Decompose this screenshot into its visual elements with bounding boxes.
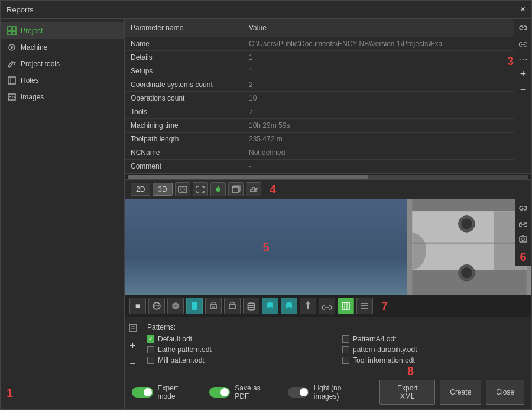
header-param-name: Parameter name <box>125 22 243 33</box>
sidebar-label-project: Project <box>21 27 43 35</box>
fit-btn[interactable] <box>193 182 208 196</box>
pattern-checkbox-a4[interactable] <box>342 335 349 343</box>
pattern-checkbox-mill[interactable] <box>147 357 154 364</box>
light-label: Light (no images) <box>314 384 368 401</box>
pattern-checkbox-tool-info[interactable] <box>342 357 349 364</box>
region-label-6: 6 <box>520 250 526 264</box>
scrollbar-track[interactable] <box>128 175 528 179</box>
sidebar-label-project-tools: Project tools <box>21 60 60 68</box>
svg-rect-17 <box>412 199 526 211</box>
cell-name-toolpath: Toolpath length <box>125 133 243 146</box>
save-pdf-toggle[interactable]: Save as PDF <box>209 384 276 401</box>
light-toggle[interactable]: Light (no images) <box>288 384 368 401</box>
pattern-durability: pattern-durability.odt <box>342 346 525 354</box>
pattern-label-mill: Mill pattern.odt <box>158 356 205 364</box>
water-btn[interactable] <box>210 182 226 196</box>
table-row: Name C:\Users\Public\Documents\ENCY NB\V… <box>125 37 514 51</box>
svg-rect-6 <box>8 77 15 84</box>
cell-name-tools: Tools <box>125 105 243 118</box>
toolbar-lines-btn[interactable] <box>356 298 373 314</box>
pattern-label-a4: PatternA4.odt <box>353 335 396 343</box>
patterns-list-btn[interactable] <box>126 321 140 334</box>
svg-point-32 <box>174 305 177 307</box>
toolbar-print-btn[interactable] <box>205 298 222 314</box>
cell-value-ncname: Not defined <box>243 146 514 159</box>
view-toolbar: 2D 3D 4 <box>125 179 531 199</box>
viewport-link-btn-1[interactable] <box>517 202 530 215</box>
region-label-5: 5 <box>262 240 269 254</box>
sidebar-item-images[interactable]: Images <box>1 89 124 105</box>
toolbar-link-btn[interactable] <box>319 298 335 314</box>
patterns-add-btn[interactable]: + <box>126 339 140 352</box>
pattern-label-durability: pattern-durability.odt <box>353 346 417 354</box>
pattern-label-tool-info: Tool information.odt <box>353 356 415 364</box>
svg-rect-35 <box>212 306 215 308</box>
link-button-2[interactable] <box>517 37 530 50</box>
chart-btn[interactable] <box>246 182 261 196</box>
pattern-checkbox-lathe[interactable] <box>147 346 154 353</box>
header-value: Value <box>243 22 514 33</box>
table-row: Machining time 10h 29m 59s <box>125 119 514 133</box>
close-window-button[interactable]: × <box>520 4 525 15</box>
save-pdf-switch[interactable] <box>209 387 231 398</box>
close-button[interactable]: Close <box>486 380 524 405</box>
export-xml-button[interactable]: Export XML <box>379 380 435 405</box>
sidebar-item-machine[interactable]: Machine <box>1 39 124 56</box>
expert-mode-switch[interactable] <box>132 387 153 398</box>
toolbar-disk-btn[interactable] <box>167 298 184 314</box>
project-icon <box>7 25 17 36</box>
viewport-link-btn-2[interactable] <box>517 217 530 230</box>
svg-point-10 <box>181 188 184 191</box>
view-3d-button[interactable]: 3D <box>153 183 172 196</box>
cell-value-ops: 10 <box>243 92 514 105</box>
sidebar: Project Machine Project tools Holes <box>1 19 125 409</box>
viewport-left: 5 <box>125 199 407 295</box>
pattern-tool-info: Tool information.odt <box>342 356 525 364</box>
toolbar-active-btn[interactable] <box>338 298 354 314</box>
svg-point-45 <box>286 307 292 309</box>
cell-name-comment: Comment <box>125 160 243 173</box>
patterns-remove-btn[interactable]: − <box>126 357 140 370</box>
cell-value-coord: 2 <box>243 78 514 91</box>
toolbar-tool-btn[interactable] <box>300 298 316 314</box>
toolbar-cyl-btn[interactable] <box>262 298 278 314</box>
screenshot-btn[interactable] <box>175 182 190 196</box>
create-button[interactable]: Create <box>440 380 481 405</box>
link-button-1[interactable] <box>517 21 530 34</box>
sidebar-item-holes[interactable]: Holes <box>1 72 124 89</box>
more-button[interactable]: ⋯ <box>517 52 530 65</box>
pattern-default: Default.odt <box>147 335 330 343</box>
sidebar-item-project-tools[interactable]: Project tools <box>1 56 124 72</box>
toolbar-layers-btn[interactable] <box>243 298 259 314</box>
toolbar-teal-btn[interactable] <box>186 298 203 314</box>
title-bar: Reports × <box>1 1 531 19</box>
pattern-checkbox-durability[interactable] <box>342 346 349 353</box>
view-2d-button[interactable]: 2D <box>131 183 150 196</box>
region-label-1: 1 <box>7 386 13 400</box>
reports-window: Reports × Project Machine Projec <box>0 0 532 410</box>
cell-name-details: Details <box>125 51 243 64</box>
pattern-checkbox-default[interactable] <box>147 335 154 343</box>
viewport-right <box>407 199 531 295</box>
region-label-8: 8 <box>407 364 414 378</box>
table-scrollbar[interactable] <box>125 173 531 179</box>
cell-name-name: Name <box>125 37 243 50</box>
table-row: Coordinate systems count 2 <box>125 78 514 92</box>
cell-value-time: 10h 29m 59s <box>243 119 514 132</box>
add-button[interactable]: + <box>517 67 530 80</box>
light-switch[interactable] <box>288 387 309 398</box>
remove-button[interactable]: − <box>517 83 530 96</box>
toolbar-print2-btn[interactable] <box>224 298 241 314</box>
table-row: Setups 1 <box>125 64 514 78</box>
cell-name-ops: Operations count <box>125 92 243 105</box>
toolbar-globe-btn[interactable] <box>148 298 165 314</box>
box-btn[interactable] <box>228 182 244 196</box>
viewport-camera-btn[interactable] <box>517 233 530 246</box>
toolbar-cyl2-btn[interactable] <box>281 298 297 314</box>
sidebar-item-project[interactable]: Project <box>1 22 124 39</box>
table-right-buttons: ⋯ + − <box>515 19 531 98</box>
cell-value-name: C:\Users\Public\Documents\ENCY NB\Versio… <box>243 37 514 50</box>
svg-rect-11 <box>232 187 238 192</box>
toolbar-square-btn[interactable]: ■ <box>129 298 146 314</box>
expert-mode-toggle[interactable]: Expert mode <box>132 384 197 401</box>
